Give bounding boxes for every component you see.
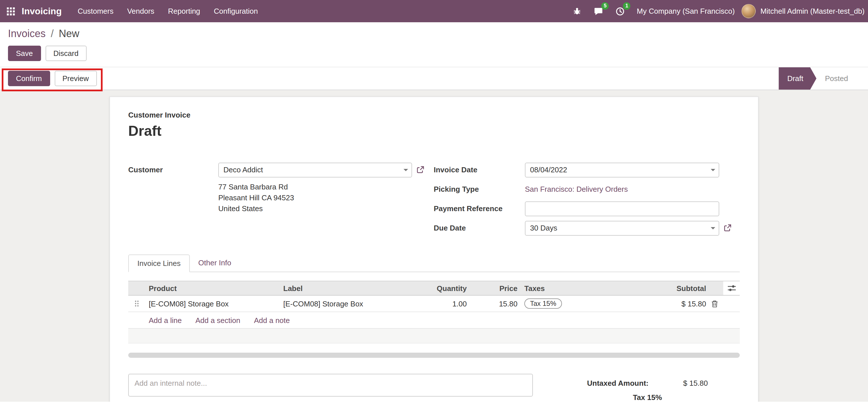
- company-switcher[interactable]: My Company (San Francisco): [637, 7, 735, 16]
- form-view-background: Customer Invoice Draft Customer: [0, 90, 868, 402]
- internal-note-input[interactable]: [128, 374, 533, 397]
- header-price[interactable]: Price: [467, 284, 518, 292]
- messages-menu[interactable]: 5: [588, 0, 610, 22]
- menu-reporting[interactable]: Reporting: [161, 0, 207, 22]
- header-quantity[interactable]: Quantity: [422, 284, 467, 292]
- invoice-date-field: [525, 162, 719, 177]
- cell-subtotal: $ 15.80: [658, 299, 706, 308]
- horizontal-scrollbar[interactable]: [128, 353, 740, 358]
- drag-handle[interactable]: [128, 300, 145, 307]
- table-empty-row: [128, 329, 740, 344]
- payment-reference-input[interactable]: [525, 201, 719, 216]
- untaxed-amount-row: Untaxed Amount: $ 15.80: [587, 377, 708, 389]
- discard-button[interactable]: Discard: [45, 46, 86, 61]
- picking-type-row: Picking Type San Francisco: Delivery Ord…: [434, 181, 740, 197]
- debug-bug-icon[interactable]: [567, 0, 588, 22]
- top-navbar: Invoicing Customers Vendors Reporting Co…: [0, 0, 868, 22]
- app-name[interactable]: Invoicing: [22, 6, 62, 16]
- add-a-line-link[interactable]: Add a line: [149, 316, 182, 324]
- delete-row-button[interactable]: [706, 300, 723, 307]
- invoice-sheet: Customer Invoice Draft Customer: [110, 96, 758, 402]
- cell-product[interactable]: [E-COM08] Storage Box: [145, 299, 282, 308]
- payment-reference-label: Payment Reference: [434, 204, 525, 213]
- confirm-button[interactable]: Confirm: [8, 71, 50, 86]
- app-window: Invoicing Customers Vendors Reporting Co…: [0, 0, 868, 404]
- user-menu[interactable]: Mitchell Admin (Master-test_db): [760, 7, 865, 16]
- breadcrumb-separator: /: [51, 28, 54, 39]
- notebook: Invoice Lines Other Info Product Label Q…: [128, 255, 740, 358]
- stage-draft[interactable]: Draft: [779, 67, 816, 90]
- address-city: Pleasant Hill CA 94523: [218, 192, 434, 203]
- header-label[interactable]: Label: [282, 284, 422, 292]
- trash-icon: [711, 300, 718, 307]
- customer-input[interactable]: [218, 162, 412, 177]
- invoice-date-input[interactable]: [525, 162, 719, 177]
- cell-price[interactable]: 15.80: [467, 299, 518, 308]
- grid-icon: [7, 7, 15, 15]
- sliders-icon: [727, 285, 736, 292]
- statusbar-stages: Draft Posted: [779, 67, 857, 90]
- due-date-row: Due Date: [434, 220, 740, 236]
- cell-taxes[interactable]: Tax 15%: [518, 298, 658, 309]
- tab-other-info[interactable]: Other Info: [190, 255, 240, 271]
- navbar-right: 5 1 My Company (San Francisco) Mitchell …: [567, 0, 865, 22]
- picking-type-label: Picking Type: [434, 185, 525, 194]
- picking-type-link[interactable]: San Francisco: Delivery Orders: [525, 185, 628, 194]
- form-left-column: Customer: [128, 162, 434, 240]
- customer-field: [218, 162, 412, 177]
- statusbar-buttons: Confirm Preview: [0, 67, 97, 90]
- due-date-field: [525, 221, 719, 235]
- invoice-date-label: Invoice Date: [434, 166, 525, 174]
- activities-badge: 1: [623, 2, 631, 10]
- add-a-section-link[interactable]: Add a section: [195, 316, 241, 324]
- tax-badge[interactable]: Tax 15%: [524, 298, 562, 309]
- payment-reference-field: [525, 201, 719, 216]
- user-avatar[interactable]: [742, 4, 756, 18]
- header-taxes[interactable]: Taxes: [518, 284, 658, 292]
- breadcrumb: Invoices / New: [8, 28, 860, 40]
- save-button[interactable]: Save: [8, 46, 41, 61]
- optional-columns-button[interactable]: [723, 281, 740, 295]
- form-fields: Customer: [128, 162, 740, 240]
- due-date-input[interactable]: [525, 221, 719, 235]
- control-panel-buttons: Save Discard: [8, 46, 860, 61]
- due-date-label: Due Date: [434, 224, 525, 232]
- statusbar: Confirm Preview Draft Posted: [0, 67, 868, 90]
- stage-posted[interactable]: Posted: [816, 67, 857, 90]
- untaxed-amount-label: Untaxed Amount:: [587, 377, 649, 389]
- tax-total-label: Tax 15%: [633, 392, 662, 402]
- sheet-bottom: Untaxed Amount: $ 15.80 Tax 15%: [128, 374, 740, 402]
- activities-menu[interactable]: 1: [610, 0, 631, 22]
- customer-external-link-icon[interactable]: [416, 166, 424, 173]
- add-a-note-link[interactable]: Add a note: [254, 316, 290, 324]
- invoice-lines-table: Product Label Quantity Price Taxes Subto…: [128, 281, 740, 358]
- payment-reference-row: Payment Reference: [434, 201, 740, 216]
- menu-configuration[interactable]: Configuration: [207, 0, 265, 22]
- control-panel: Invoices / New Save Discard: [0, 22, 868, 67]
- bug-icon: [573, 7, 582, 16]
- due-date-external-link-icon[interactable]: [724, 224, 731, 232]
- customer-label: Customer: [128, 166, 218, 174]
- header-product[interactable]: Product: [145, 284, 282, 292]
- apps-menu-icon[interactable]: [0, 7, 22, 15]
- row-gear-spacer: [723, 296, 740, 312]
- table-header-row: Product Label Quantity Price Taxes Subto…: [128, 281, 740, 296]
- form-right-column: Invoice Date Picking Type San Francisco:…: [434, 162, 740, 240]
- messages-badge: 5: [601, 2, 609, 10]
- cell-label[interactable]: [E-COM08] Storage Box: [282, 299, 422, 308]
- table-row[interactable]: [E-COM08] Storage Box [E-COM08] Storage …: [128, 296, 740, 312]
- table-add-links: Add a line Add a section Add a note: [128, 312, 740, 329]
- invoice-date-row: Invoice Date: [434, 162, 740, 177]
- tab-invoice-lines[interactable]: Invoice Lines: [128, 255, 190, 272]
- cell-quantity[interactable]: 1.00: [422, 299, 467, 308]
- drag-handle-icon: [134, 300, 139, 307]
- invoice-state-title: Draft: [128, 123, 740, 139]
- menu-customers[interactable]: Customers: [71, 0, 120, 22]
- breadcrumb-invoices[interactable]: Invoices: [8, 28, 45, 39]
- menu-vendors[interactable]: Vendors: [120, 0, 161, 22]
- customer-address: 77 Santa Barbara Rd Pleasant Hill CA 945…: [218, 181, 434, 214]
- header-subtotal[interactable]: Subtotal: [658, 284, 706, 292]
- document-type-label: Customer Invoice: [128, 111, 740, 119]
- preview-button[interactable]: Preview: [55, 71, 97, 86]
- breadcrumb-current: New: [59, 28, 79, 39]
